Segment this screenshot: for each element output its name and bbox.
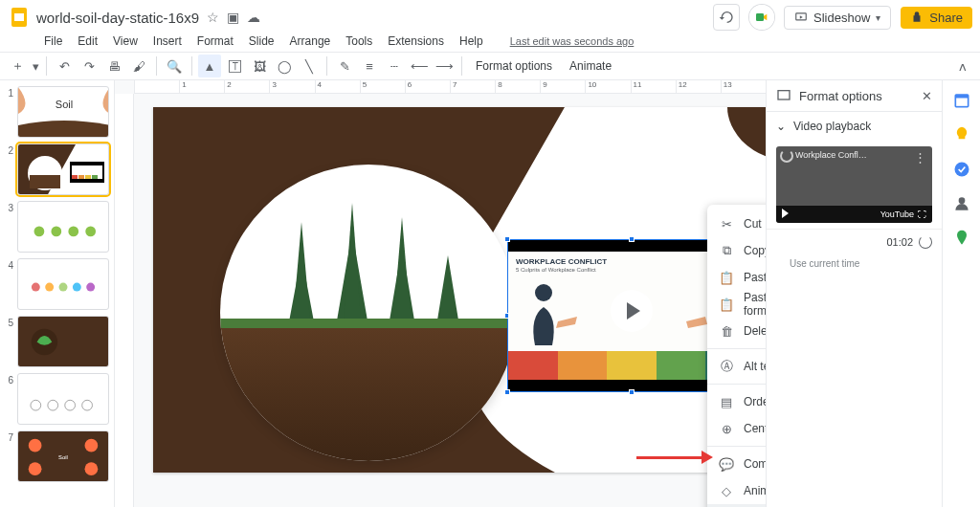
- line-tool[interactable]: ╲: [298, 55, 321, 77]
- svg-point-41: [954, 163, 969, 177]
- shape-tool[interactable]: ◯: [273, 55, 296, 77]
- youtube-label: YouTube: [880, 209, 914, 219]
- zoom-button[interactable]: 🔍: [163, 55, 186, 77]
- slideshow-button[interactable]: Slideshow▾: [784, 6, 891, 30]
- delete-icon: 🗑: [719, 324, 734, 339]
- svg-point-36: [535, 284, 552, 301]
- meet-icon[interactable]: [749, 5, 774, 30]
- ctx-copy[interactable]: ⧉Copy⌘C: [707, 237, 766, 264]
- resize-handle[interactable]: [629, 236, 635, 242]
- svg-point-23: [31, 400, 41, 410]
- move-icon[interactable]: ▣: [227, 10, 239, 25]
- thumb-num-5: 5: [4, 316, 13, 328]
- thumbnail-1[interactable]: Soil: [17, 86, 109, 138]
- play-icon[interactable]: [611, 290, 653, 332]
- close-panel-icon[interactable]: ✕: [922, 89, 932, 103]
- toolbar-format-options[interactable]: Format options: [468, 59, 560, 73]
- textbox-tool[interactable]: 🅃: [223, 55, 246, 77]
- ctx-delete[interactable]: 🗑Delete: [707, 318, 766, 344]
- menu-file[interactable]: File: [38, 33, 68, 50]
- image-tool[interactable]: 🖼: [248, 55, 271, 77]
- menu-arrange[interactable]: Arrange: [284, 33, 337, 50]
- replay-icon[interactable]: [780, 149, 793, 163]
- ctx-animate[interactable]: ◇Animate: [707, 477, 766, 504]
- tasks-icon[interactable]: [951, 159, 972, 180]
- svg-rect-40: [956, 99, 968, 106]
- preview-title: Workplace Confl…: [795, 150, 867, 160]
- canvas-area[interactable]: 12345678910111213: [115, 80, 766, 507]
- last-edit-link[interactable]: Last edit was seconds ago: [504, 33, 640, 49]
- cut-icon: ✂: [719, 217, 734, 231]
- thumbnail-5[interactable]: [17, 316, 109, 367]
- filmstrip[interactable]: 1 Soil 2 3 4 5 6 7 Soil: [0, 80, 115, 507]
- collapse-toolbar-icon[interactable]: ʌ: [951, 55, 974, 77]
- thumbnail-2[interactable]: [17, 143, 109, 195]
- video-title: WORKPLACE CONFLICT: [516, 257, 607, 266]
- ctx-order[interactable]: ▤Order: [707, 388, 766, 415]
- order-icon: ▤: [719, 395, 734, 409]
- menu-slide[interactable]: Slide: [243, 33, 280, 50]
- thumbnail-4[interactable]: [17, 258, 109, 310]
- maps-icon[interactable]: [951, 228, 972, 249]
- ctx-alt-text[interactable]: ⒶAlt text⌘+Option+Y: [707, 353, 766, 380]
- thumbnail-6[interactable]: [17, 373, 109, 425]
- menu-insert[interactable]: Insert: [147, 33, 188, 50]
- preview-play-icon[interactable]: [782, 209, 789, 220]
- calendar-icon[interactable]: [951, 90, 972, 111]
- chevron-down-icon: ⌄: [776, 120, 786, 133]
- svg-point-29: [29, 462, 42, 475]
- toolbar-animate[interactable]: Animate: [562, 59, 619, 73]
- ctx-comment[interactable]: 💬Comment⌘+Option+M: [707, 451, 766, 477]
- thumb-num-3: 3: [4, 201, 13, 213]
- document-title[interactable]: world-soil-day-static-16x9: [36, 10, 199, 26]
- select-tool[interactable]: ▲: [198, 55, 221, 77]
- thumb-num-6: 6: [4, 373, 13, 386]
- new-slide-button[interactable]: ＋: [6, 55, 29, 77]
- line-end[interactable]: ⟶: [433, 55, 456, 77]
- soil-illustration: [220, 165, 517, 461]
- print-button[interactable]: 🖶: [102, 55, 125, 77]
- svg-rect-38: [778, 91, 790, 99]
- video-preview[interactable]: Workplace Confl… ⋮ YouTube⛶: [776, 146, 932, 223]
- thumbnail-3[interactable]: [17, 201, 109, 253]
- more-icon[interactable]: ⋮: [914, 150, 926, 165]
- star-icon[interactable]: ☆: [207, 10, 219, 25]
- redo-button[interactable]: ↷: [78, 55, 100, 77]
- cloud-icon[interactable]: ☁: [247, 10, 260, 25]
- menu-format[interactable]: Format: [191, 33, 239, 50]
- svg-rect-10: [78, 175, 84, 179]
- menu-edit[interactable]: Edit: [72, 33, 103, 50]
- share-button[interactable]: Share: [901, 7, 972, 29]
- current-time-hint[interactable]: Use current time: [767, 254, 942, 278]
- paint-format-button[interactable]: 🖌: [127, 55, 150, 77]
- resize-handle[interactable]: [504, 389, 510, 395]
- line-color[interactable]: ✎: [333, 55, 356, 77]
- menu-extensions[interactable]: Extensions: [382, 33, 450, 50]
- video-playback-section[interactable]: ⌄Video playback: [767, 112, 942, 141]
- annotation-arrow: [636, 451, 713, 464]
- contacts-icon[interactable]: [951, 193, 972, 214]
- resize-handle[interactable]: [629, 389, 635, 395]
- resize-handle[interactable]: [504, 236, 510, 242]
- center-icon: ⊕: [719, 422, 734, 436]
- ctx-cut[interactable]: ✂Cut⌘X: [707, 210, 766, 237]
- line-dash[interactable]: ┄: [383, 55, 406, 77]
- menu-view[interactable]: View: [107, 33, 144, 50]
- ctx-paste[interactable]: 📋Paste⌘V: [707, 264, 766, 291]
- refresh-icon[interactable]: [919, 235, 932, 249]
- ctx-paste-nf[interactable]: 📋Paste without formatting⌘+Shift+V: [707, 291, 766, 318]
- new-slide-dropdown[interactable]: ▾: [31, 55, 40, 77]
- keep-icon[interactable]: [951, 124, 972, 145]
- menu-tools[interactable]: Tools: [340, 33, 378, 50]
- ctx-center[interactable]: ⊕Center on page: [707, 415, 766, 442]
- fullscreen-icon[interactable]: ⛶: [918, 209, 926, 219]
- thumbnail-7[interactable]: Soil: [17, 430, 109, 482]
- undo-button[interactable]: ↶: [53, 55, 76, 77]
- slide-canvas[interactable]: WORKPLACE CONFLICT 5 Culprits of Workpla…: [153, 107, 766, 473]
- end-time-value[interactable]: 01:02: [886, 236, 913, 248]
- version-history-icon[interactable]: [713, 4, 740, 31]
- line-start[interactable]: ⟵: [408, 55, 431, 77]
- menu-help[interactable]: Help: [454, 33, 489, 50]
- thumb-num-1: 1: [4, 86, 13, 99]
- line-weight[interactable]: ≡: [358, 55, 381, 77]
